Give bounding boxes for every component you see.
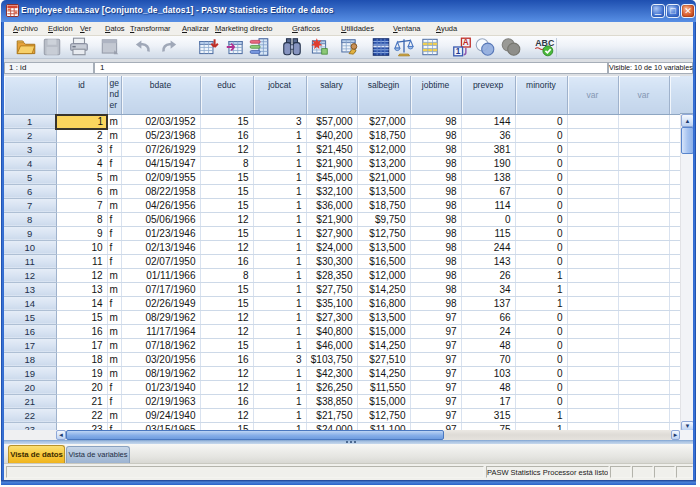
svg-text:1: 1	[456, 47, 461, 56]
svg-text:A: A	[463, 38, 469, 47]
